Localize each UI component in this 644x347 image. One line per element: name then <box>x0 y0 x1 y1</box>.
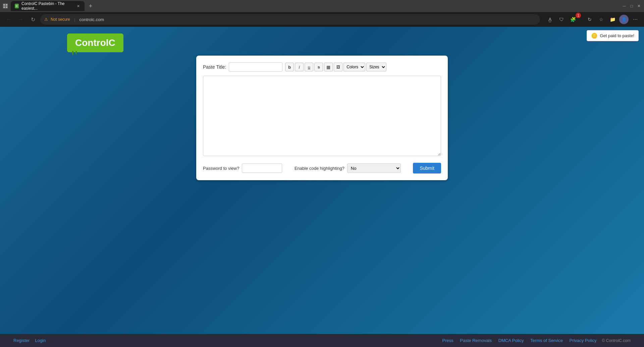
content-spacer <box>0 184 644 334</box>
footer-sep-1: · <box>456 338 458 343</box>
footer-sep-4: · <box>566 338 567 343</box>
site-logo[interactable]: ControlC <box>67 33 123 52</box>
footer-tos-link[interactable]: Terms of Service <box>530 338 563 343</box>
url-text: controlc.com <box>79 17 104 22</box>
logo-container: ControlC <box>0 27 644 52</box>
reload-button[interactable]: ↻ <box>28 15 38 24</box>
submit-button[interactable]: Submit <box>413 163 441 174</box>
shield-button[interactable]: 🛡 <box>557 15 566 24</box>
underline-button[interactable]: u <box>305 63 313 71</box>
menu-button[interactable]: ⋯ <box>631 15 640 24</box>
footer: Register Login Press · Paste Removals · … <box>0 334 644 347</box>
svg-rect-1 <box>6 4 7 6</box>
main-form-container: Paste Title: b i u s ▦ 🖼 Colors Sizes <box>196 56 448 180</box>
svg-rect-0 <box>3 4 5 6</box>
footer-dmca-link[interactable]: DMCA Policy <box>498 338 524 343</box>
password-label: Password to view? <box>203 166 239 171</box>
password-section: Password to view? <box>203 163 282 173</box>
tab-bar: C ControlC Pastebin - The easiest... ✕ +… <box>0 0 644 12</box>
collections-button[interactable]: 📁 <box>608 15 617 24</box>
extension-badge: 1 <box>576 13 581 18</box>
paste-content-textarea[interactable] <box>203 76 441 156</box>
password-input[interactable] <box>242 163 282 173</box>
banner-text: Get paid to paste! <box>600 33 634 38</box>
footer-register-link[interactable]: Register <box>13 338 30 343</box>
forward-button[interactable]: → <box>16 15 25 24</box>
tab-close-button[interactable]: ✕ <box>76 3 80 9</box>
minimize-button[interactable]: ─ <box>622 4 627 8</box>
browser-actions: A̲ 🛡 🧩 1 ↻ ☆ 📁 👤 ⋯ <box>545 15 640 24</box>
profile-button[interactable]: 👤 <box>619 15 629 24</box>
tab-title: ControlC Pastebin - The easiest... <box>21 1 73 11</box>
sizes-select[interactable]: Sizes <box>366 63 386 71</box>
footer-sep-2: · <box>494 338 496 343</box>
back-button[interactable]: ← <box>4 15 13 24</box>
footer-left: Register Login <box>13 338 46 343</box>
italic-button[interactable]: i <box>295 63 304 71</box>
footer-right: Press · Paste Removals · DMCA Policy · T… <box>442 338 631 343</box>
strikethrough-button[interactable]: s <box>314 63 323 71</box>
logo-text: ControlC <box>75 38 115 48</box>
close-button[interactable]: ✕ <box>637 4 641 8</box>
svg-rect-2 <box>3 6 5 8</box>
get-paid-banner[interactable]: 🪙 Get paid to paste! <box>587 30 639 41</box>
tab-favicon: C <box>15 4 19 8</box>
window-controls: ─ □ ✕ <box>622 4 641 8</box>
security-label: Not secure <box>51 17 70 22</box>
paste-title-input[interactable] <box>229 62 282 72</box>
translate-button[interactable]: A̲ <box>545 15 555 24</box>
formatting-toolbar: b i u s ▦ 🖼 Colors Sizes <box>285 63 441 71</box>
image-button[interactable]: 🖼 <box>334 63 342 71</box>
footer-sep-3: · <box>526 338 528 343</box>
browser-grid-icon[interactable] <box>3 3 8 9</box>
page-content: 🪙 Get paid to paste! ControlC Paste Titl… <box>0 27 644 334</box>
svg-rect-3 <box>6 6 7 8</box>
footer-privacy-link[interactable]: Privacy Policy <box>570 338 597 343</box>
bold-button[interactable]: b <box>285 63 294 71</box>
bottom-row: Password to view? Enable code highlighti… <box>203 163 441 174</box>
paste-title-row: Paste Title: b i u s ▦ 🖼 Colors Sizes <box>203 62 441 72</box>
highlight-label: Enable code highlighting? <box>294 166 344 171</box>
new-tab-button[interactable]: + <box>86 1 95 11</box>
highlight-select[interactable]: No Yes <box>347 163 401 173</box>
browser-chrome: C ControlC Pastebin - The easiest... ✕ +… <box>0 0 644 27</box>
footer-paste-removals-link[interactable]: Paste Removals <box>460 338 492 343</box>
address-bar[interactable]: ⚠ Not secure | controlc.com <box>40 14 540 25</box>
footer-copyright: © ControlC.com <box>602 338 631 343</box>
paste-title-label: Paste Title: <box>203 64 226 70</box>
colors-select[interactable]: Colors <box>343 63 365 71</box>
favorites-button[interactable]: ☆ <box>596 15 606 24</box>
footer-login-link[interactable]: Login <box>35 338 46 343</box>
table-button[interactable]: ▦ <box>324 63 333 71</box>
restore-button[interactable]: □ <box>629 4 634 8</box>
active-tab[interactable]: C ControlC Pastebin - The easiest... ✕ <box>11 1 85 11</box>
footer-press-link[interactable]: Press <box>442 338 453 343</box>
coin-icon: 🪙 <box>591 32 598 39</box>
highlight-section: Enable code highlighting? No Yes <box>289 163 406 173</box>
refresh-button[interactable]: ↻ <box>585 15 594 24</box>
security-icon: ⚠ <box>44 17 48 22</box>
nav-bar: ← → ↻ ⚠ Not secure | controlc.com A̲ 🛡 🧩… <box>0 12 644 27</box>
